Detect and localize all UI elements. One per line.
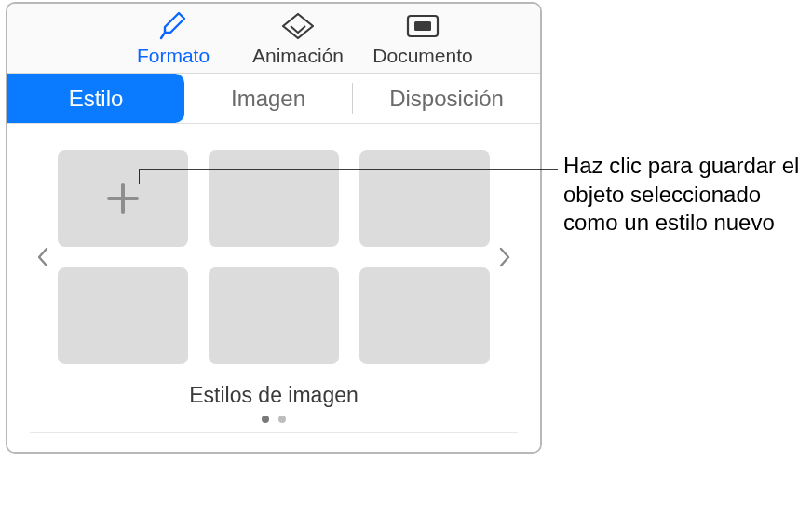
inspector-tabs: Estilo Imagen Disposición (7, 74, 540, 124)
tab-arrange-label: Disposición (389, 86, 504, 112)
toolbar: Formato Animación Documento (7, 4, 540, 74)
tab-image[interactable]: Imagen (184, 74, 352, 123)
toolbar-item-animation[interactable]: Animación (242, 9, 354, 67)
styles-next-arrow[interactable] (490, 155, 520, 360)
style-swatch[interactable] (58, 267, 188, 364)
toolbar-label-document: Documento (372, 45, 472, 67)
inspector-panel: Formato Animación Documento Estilo (6, 2, 542, 454)
style-swatch[interactable] (209, 267, 339, 364)
svg-rect-1 (414, 21, 431, 31)
pager-dot[interactable] (278, 416, 286, 423)
toolbar-label-format: Formato (137, 45, 210, 67)
callout-text: Haz clic para guardar el objeto seleccio… (563, 152, 801, 238)
toolbar-item-format[interactable]: Formato (117, 9, 229, 67)
tab-style[interactable]: Estilo (7, 74, 184, 123)
toolbar-item-document[interactable]: Documento (367, 9, 479, 67)
image-styles-section: Estilos de imagen (7, 124, 540, 452)
tab-arrange[interactable]: Disposición (353, 74, 540, 123)
style-swatch[interactable] (359, 267, 490, 364)
tab-image-label: Imagen (231, 86, 305, 112)
tab-style-label: Estilo (69, 86, 124, 112)
styles-prev-arrow[interactable] (28, 155, 58, 360)
document-slide-icon (402, 9, 443, 43)
pager-dot-active[interactable] (262, 416, 269, 423)
style-swatch[interactable] (359, 150, 490, 247)
styles-caption: Estilos de imagen (15, 383, 533, 408)
separator (30, 432, 518, 433)
plus-icon (102, 177, 144, 220)
format-brush-icon (156, 9, 191, 43)
style-swatch[interactable] (209, 150, 339, 247)
toolbar-label-animation: Animación (252, 45, 344, 67)
styles-row (15, 150, 533, 364)
styles-pager (15, 416, 533, 423)
styles-grid (58, 150, 490, 364)
add-style-button[interactable] (58, 150, 188, 247)
animation-diamond-icon (277, 9, 318, 43)
